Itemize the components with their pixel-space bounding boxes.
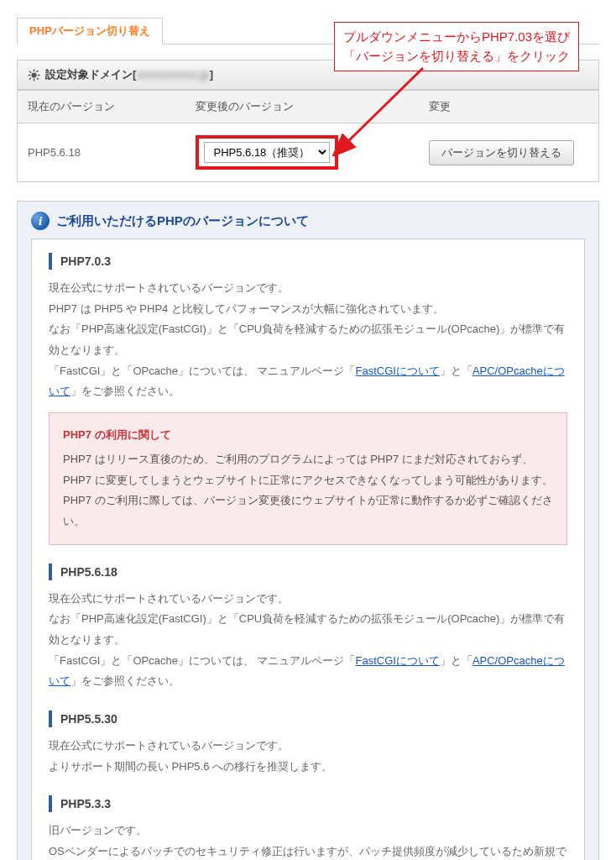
svg-point-0: [31, 72, 36, 77]
section-desc: 現在公式にサポートされているバージョンです。 なお「PHP高速化設定(FastC…: [49, 589, 567, 692]
annotation-callout: プルダウンメニューからPHP7.03を選び 「バージョンを切り替える」をクリック: [334, 22, 579, 71]
svg-rect-3: [28, 74, 30, 76]
section-desc: 現在公式にサポートされているバージョンです。 PHP7 は PHP5 や PHP…: [49, 278, 567, 402]
th-current: 現在のバージョン: [18, 91, 186, 123]
section-title-php533: PHP5.3.3: [49, 795, 567, 812]
svg-rect-5: [29, 71, 32, 73]
tab-php-version[interactable]: PHPバージョン切り替え: [17, 18, 163, 45]
domain-bar-label: 設定対象ドメイン: [45, 68, 133, 81]
select-highlight: PHP5.6.18（推奨）: [196, 135, 338, 170]
info-panel: i ご利用いただけるPHPのバージョンについて PHP7.0.3 現在公式にサポ…: [17, 201, 599, 860]
alert-title: PHP7 の利用に関して: [63, 425, 553, 446]
annotation-line2: 「バージョンを切り替える」をクリック: [343, 47, 570, 66]
th-change: 変更: [419, 91, 599, 123]
svg-rect-4: [38, 74, 40, 76]
section-desc: 現在公式にサポートされているバージョンです。 よりサポート期間の長い PHP5.…: [49, 736, 567, 777]
domain-name: xxxxxxxxxx.jp: [136, 68, 209, 81]
section-title-php703: PHP7.0.3: [49, 253, 567, 270]
version-table: 現在のバージョン 変更後のバージョン 変更 PHP5.6.18 PHP5.6.1…: [17, 90, 599, 182]
svg-rect-6: [36, 77, 39, 80]
switch-button-label: バージョンを切り替える: [441, 146, 561, 159]
section-title-php5530: PHP5.5.30: [49, 711, 567, 727]
th-after: 変更後のバージョン: [185, 91, 418, 123]
version-select[interactable]: PHP5.6.18（推奨）: [204, 142, 330, 163]
tab-label: PHPバージョン切り替え: [29, 24, 150, 37]
svg-rect-2: [34, 78, 35, 81]
info-title: ご利用いただけるPHPのバージョンについて: [56, 213, 309, 229]
td-current: PHP5.6.18: [18, 123, 186, 182]
svg-rect-7: [36, 70, 39, 72]
switch-version-button[interactable]: バージョンを切り替える: [429, 140, 574, 165]
section-title-php5618: PHP5.6.18: [49, 564, 567, 580]
section-desc: 旧バージョンです。 OSベンダーによるパッチでのセキュリティ修正は行いますが、パ…: [49, 821, 567, 860]
annotation-line1: プルダウンメニューからPHP7.03を選び: [343, 28, 570, 47]
svg-rect-1: [34, 69, 35, 71]
php7-alert: PHP7 の利用に関して PHP7 はリリース直後のため、ご利用のプログラムによ…: [49, 412, 567, 544]
info-icon: i: [31, 212, 50, 230]
link-fastcgi[interactable]: FastCGIについて: [355, 364, 439, 377]
link-fastcgi[interactable]: FastCGIについて: [355, 654, 439, 667]
svg-rect-8: [29, 77, 32, 80]
gear-icon: [28, 69, 40, 81]
